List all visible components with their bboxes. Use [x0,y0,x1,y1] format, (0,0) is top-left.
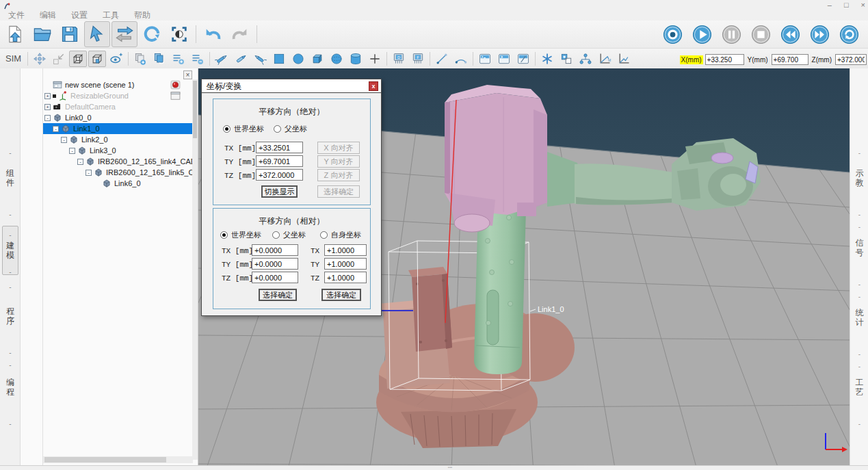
rotate-object-button[interactable] [139,21,165,47]
menu-item-3[interactable]: 工具 [100,10,122,21]
tree-row-ResizableGround[interactable]: +ResizableGround [43,90,193,101]
list-remove-button[interactable] [189,51,207,67]
undo-button[interactable] [200,21,226,47]
group-tool-button[interactable] [557,51,575,67]
open-file-button[interactable] [29,21,55,47]
left-tab-1[interactable]: 建模 [0,241,21,260]
tree-expander[interactable]: + [44,104,51,110]
chip-f-button[interactable]: F [409,51,427,67]
tree-row-IRB2600_12_165_link4_CAD_01_0[interactable]: -IRB2600_12_165_link4_CAD_01_0 [43,156,193,167]
tree-expander[interactable]: - [86,170,92,176]
translate-object-button[interactable] [111,21,137,47]
eye-add-button[interactable] [107,51,125,67]
cylinder-shape-button[interactable] [347,51,365,67]
rel-self-coord-radio[interactable]: 自身坐标 [320,230,361,240]
ty-abs-input[interactable] [256,155,303,167]
left-tab-3[interactable]: 编程 [0,378,21,397]
import-model-button[interactable] [50,51,68,67]
node-tree-button[interactable] [577,51,594,67]
dart-3-button[interactable] [251,51,269,67]
copy-add-button[interactable] [131,51,149,67]
record-badge-icon[interactable] [170,80,181,90]
close-button[interactable]: × [861,0,865,10]
tree-row-DefaultCamera[interactable]: +DefaultCamera [43,101,193,112]
y-align-button[interactable]: Y 向对齐 [317,155,360,168]
left-tab-0[interactable]: 组件 [0,168,21,187]
redo-button[interactable] [227,21,253,47]
cross-shape-button[interactable] [366,51,384,67]
square-shape-button[interactable] [270,51,288,67]
reset-playback-button[interactable] [839,24,860,45]
box-shape-button[interactable] [308,51,326,67]
tree-row-Link2_0[interactable]: -Link2_0 [43,134,193,145]
tree-expander[interactable]: - [77,159,83,165]
tree-row-new scene (scene 1)[interactable]: new scene (scene 1) [43,79,193,90]
ty-rel-input[interactable] [252,258,298,270]
axis-chart-2-button[interactable] [615,51,633,67]
save-file-button[interactable] [57,21,83,47]
tree-row-Link3_0[interactable]: -Link3_0 [43,145,193,156]
parent-coord-radio[interactable]: 父坐标 [274,124,307,134]
window-badge-icon[interactable] [170,91,181,101]
menu-item-2[interactable]: 设置 [68,10,90,21]
robot-shoulder-link2[interactable] [445,85,547,232]
dialog-close-button[interactable]: x [369,81,378,91]
tree-expander[interactable]: - [53,126,59,132]
play-button[interactable] [692,24,713,45]
terminal-1-button[interactable] [476,51,494,67]
tz-step-input[interactable] [324,272,367,283]
left-tab-2[interactable]: 程序 [0,306,21,326]
sphere-shape-button[interactable] [328,51,345,67]
wireframe-cube-button[interactable] [69,51,87,67]
right-tab-2[interactable]: 统计 [850,308,868,327]
line-tool-button[interactable] [433,51,451,67]
step-forward-button[interactable] [809,24,830,45]
tx-rel-input[interactable] [252,244,298,256]
abs-confirm-button[interactable]: 选择确定 [317,185,360,198]
copy-stack-button[interactable] [150,51,168,67]
tx-abs-input[interactable] [256,142,303,153]
coord-x-input[interactable] [705,54,744,65]
minimize-button[interactable]: – [828,0,832,10]
tree-horizontal-scrollbar[interactable] [43,456,193,463]
rel-confirm-left-button[interactable]: 选择确定 [259,289,297,301]
circle-shape-button[interactable] [289,51,307,67]
tree-expander[interactable]: + [44,93,51,99]
chip-d-button[interactable]: D [390,51,408,67]
dart-1-button[interactable] [213,51,231,67]
toggle-display-button[interactable]: 切换显示 [261,185,298,198]
tree-row-Link0_0[interactable]: -Link0_0 [43,112,193,123]
jog-tool-button[interactable] [31,51,49,67]
stop-button[interactable] [750,24,772,45]
tree-expander[interactable]: - [44,115,51,121]
record-button[interactable] [662,24,683,45]
coord-y-input[interactable] [772,54,808,65]
z-align-button[interactable]: Z 向对齐 [317,169,360,181]
ty-step-input[interactable] [324,258,367,270]
right-tab-0[interactable]: 示教 [850,168,868,187]
terminal-2-button[interactable] [495,51,513,67]
tz-abs-input[interactable] [256,169,303,181]
tree-row-Link6_0[interactable]: Link6_0 [43,178,193,189]
maximize-button[interactable]: □ [844,0,849,10]
right-tab-3[interactable]: 工艺 [850,378,868,397]
tree-row-Link1_0[interactable]: -Link1_0 [43,123,193,134]
arc-tool-button[interactable] [452,51,470,67]
rel-confirm-right-button[interactable]: 选择确定 [321,289,361,301]
rel-parent-coord-radio[interactable]: 父坐标 [272,230,306,240]
step-back-button[interactable] [780,24,801,45]
panel-close-button[interactable]: × [183,70,192,79]
tx-step-input[interactable] [324,244,367,256]
terminal-3-button[interactable] [514,51,532,67]
coord-z-input[interactable] [835,54,867,65]
new-file-button[interactable] [2,21,28,47]
pause-button[interactable] [721,24,742,45]
section-cube-button[interactable] [88,51,106,67]
splitter-grip[interactable]: ••• [443,467,457,469]
dart-2-button[interactable] [232,51,250,67]
tree-expander[interactable]: - [61,137,67,143]
menu-item-4[interactable]: 帮助 [131,10,153,21]
menu-item-0[interactable]: 文件 [5,10,27,21]
rel-world-coord-radio[interactable]: 世界坐标 [220,230,261,240]
dialog-titlebar[interactable]: 坐标/变换 x [202,79,381,93]
